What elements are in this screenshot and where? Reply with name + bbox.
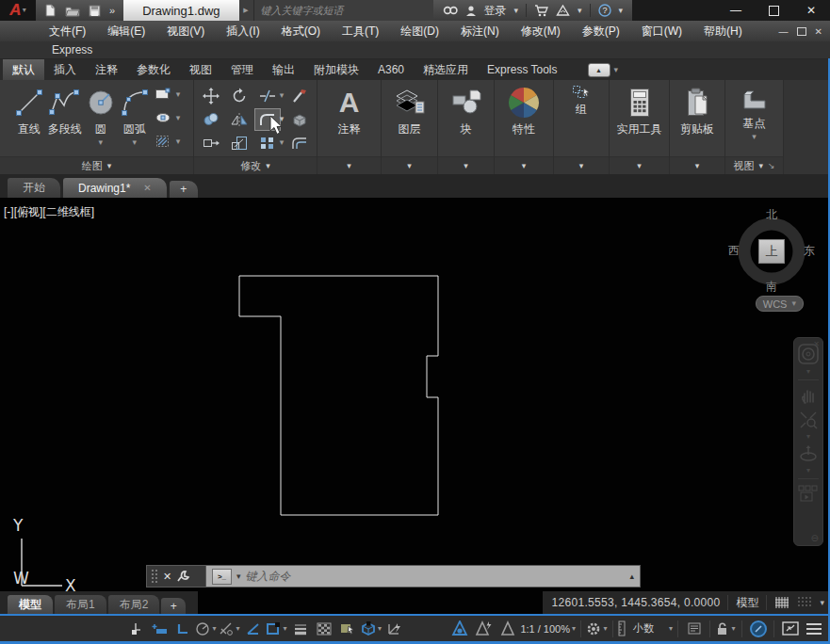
ucs-icon[interactable]: Y W X <box>6 514 85 597</box>
quick-properties-toggle[interactable] <box>683 619 705 638</box>
file-tab-drawing1[interactable]: Drawing1* ✕ <box>63 178 167 198</box>
cart-icon[interactable] <box>534 5 548 17</box>
rotate-button[interactable] <box>227 86 252 106</box>
3d-osnap-caret-icon[interactable]: ▾ <box>378 625 382 633</box>
customize-wrench-icon[interactable] <box>177 570 190 583</box>
menu-modify[interactable]: 修改(M) <box>521 24 561 40</box>
ribbon-collapse-button[interactable]: ▲ <box>588 63 610 77</box>
viewcube-north-label[interactable]: 北 <box>766 207 777 223</box>
lock-ui-button[interactable]: ▾ <box>715 619 737 638</box>
navbar-close-icon[interactable]: ✕ <box>813 340 820 348</box>
erase-button[interactable] <box>287 86 312 106</box>
circle-button[interactable]: 圆 ▾ <box>85 80 117 156</box>
mdi-restore-button[interactable] <box>797 27 806 36</box>
mdi-close-button[interactable]: ✕ <box>815 26 822 37</box>
zoom-extents-icon[interactable] <box>799 411 818 429</box>
modify-panel-label[interactable]: 修改 ▾ <box>194 156 317 174</box>
arc-button[interactable]: 圆弧 ▾ <box>119 80 151 156</box>
new-layout-button[interactable]: + <box>161 598 186 614</box>
ribbon-tab-addins[interactable]: 附加模块 <box>304 59 368 80</box>
grid-display-toggle[interactable] <box>774 596 789 609</box>
layers-panel-label[interactable]: ▾ <box>382 156 437 174</box>
snap-mode-toggle[interactable] <box>148 619 170 638</box>
ribbon-tab-featured-apps[interactable]: 精选应用 <box>414 59 478 80</box>
menu-express[interactable]: Express <box>52 43 92 56</box>
wheel-caret-icon[interactable]: ▾ <box>806 370 810 374</box>
stretch-button[interactable] <box>199 133 223 153</box>
menu-edit[interactable]: 编辑(E) <box>107 24 145 40</box>
object-snap-tracking-toggle[interactable] <box>242 619 264 638</box>
isodraft-caret-icon[interactable]: ▾ <box>236 625 239 633</box>
drawing1-tab-close-icon[interactable]: ✕ <box>143 183 151 193</box>
trim-caret-icon[interactable]: ▾ <box>280 91 285 100</box>
grid-options-caret-icon[interactable]: ▾ <box>820 599 824 607</box>
dynamic-ucs-toggle[interactable] <box>383 619 405 638</box>
ribbon-tab-parametric[interactable]: 参数化 <box>127 59 180 80</box>
selection-cycling-toggle[interactable] <box>336 619 358 638</box>
infer-constraints-toggle[interactable] <box>124 619 146 638</box>
hatch-caret-icon[interactable]: ▾ <box>176 137 181 146</box>
signin-caret-icon[interactable]: ▾ <box>514 7 519 15</box>
ellipse-button[interactable] <box>153 109 173 126</box>
block-panel-label[interactable]: ▾ <box>438 156 494 174</box>
viewcube-east-label[interactable]: 东 <box>804 243 815 259</box>
clipboard-panel-label[interactable]: ▾ <box>670 156 724 174</box>
menu-format[interactable]: 格式(O) <box>282 24 320 40</box>
graphics-performance-toggle[interactable] <box>747 619 769 638</box>
isometric-drafting-toggle[interactable]: ▾ <box>219 619 240 638</box>
properties-panel-label[interactable]: ▾ <box>495 156 553 174</box>
lineweight-toggle[interactable] <box>289 619 311 638</box>
qat-more-icon[interactable]: » <box>109 5 115 16</box>
viewcube[interactable]: 北 西 东 南 上 <box>726 209 817 294</box>
polyline-button[interactable]: 多段线 <box>47 80 83 156</box>
menu-file[interactable]: 文件(F) <box>49 24 86 40</box>
command-input[interactable]: >_ ▾ 键入命令 ▴ <box>206 565 641 588</box>
annotation-button[interactable]: A 注释 <box>338 80 361 156</box>
menu-dimension[interactable]: 标注(N) <box>461 24 499 40</box>
snap-mode-grid-toggle[interactable] <box>797 596 812 609</box>
ribbon-tab-express-tools[interactable]: Express Tools <box>478 59 566 80</box>
drawn-polyline[interactable] <box>239 276 438 515</box>
rectangle-caret-icon[interactable]: ▾ <box>176 90 181 99</box>
explode-button[interactable] <box>287 109 312 130</box>
ribbon-tab-insert[interactable]: 插入 <box>44 59 86 80</box>
workspace-caret-icon[interactable]: ▾ <box>603 625 607 633</box>
layers-button[interactable]: 图层 <box>393 80 427 156</box>
viewcube-west-label[interactable]: 西 <box>728 243 740 259</box>
annotation-autoscale-toggle[interactable] <box>473 619 495 638</box>
line-button[interactable]: 直线 <box>13 80 45 156</box>
ribbon-tab-home[interactable]: 默认 <box>3 59 44 80</box>
layout-tab-model[interactable]: 模型 <box>8 595 53 614</box>
signin-button[interactable]: 登录 <box>484 3 507 19</box>
menu-insert[interactable]: 插入(I) <box>226 24 259 40</box>
utilities-panel-label[interactable]: ▾ <box>610 156 669 174</box>
ribbon-tab-output[interactable]: 输出 <box>263 59 304 80</box>
new-file-icon[interactable] <box>44 4 57 17</box>
menu-window[interactable]: 窗口(W) <box>642 24 682 40</box>
ribbon-tab-manage[interactable]: 管理 <box>221 59 263 80</box>
model-space-toggle[interactable]: 模型 <box>736 595 758 611</box>
mdi-minimize-button[interactable]: — <box>779 26 789 37</box>
annotation-visibility-toggle[interactable] <box>449 619 471 638</box>
new-drawing-tab-button[interactable]: + <box>170 181 198 198</box>
maximize-button[interactable] <box>755 0 792 21</box>
copy-button[interactable] <box>199 109 223 130</box>
workspace-switching-button[interactable]: ▾ <box>586 619 608 638</box>
offset-button[interactable] <box>287 133 312 153</box>
ribbon-tab-a360[interactable]: A360 <box>368 59 414 80</box>
search-icon[interactable] <box>443 5 458 16</box>
recent-commands-caret-icon[interactable]: ▾ <box>236 572 241 581</box>
base-point-button[interactable]: 基点 ▾ <box>740 80 770 156</box>
viewport-controls-label[interactable]: [-][俯视][二维线框] <box>4 204 94 220</box>
menu-tools[interactable]: 工具(T) <box>342 24 379 40</box>
recent-commands-icon[interactable]: >_ <box>212 569 232 585</box>
units-button[interactable]: 小数▾ <box>618 619 673 638</box>
pan-hand-icon[interactable] <box>799 386 818 405</box>
title-flyout-button[interactable]: ▶ <box>239 0 253 21</box>
layout-tab-layout1[interactable]: 布局1 <box>55 595 106 614</box>
menu-help[interactable]: 帮助(H) <box>704 24 742 40</box>
draw-panel-label[interactable]: 绘图 ▾ <box>0 156 193 174</box>
properties-button[interactable]: 特性 <box>507 80 541 156</box>
object-snap-toggle[interactable]: ▾ <box>266 619 287 638</box>
save-icon[interactable] <box>89 5 101 17</box>
